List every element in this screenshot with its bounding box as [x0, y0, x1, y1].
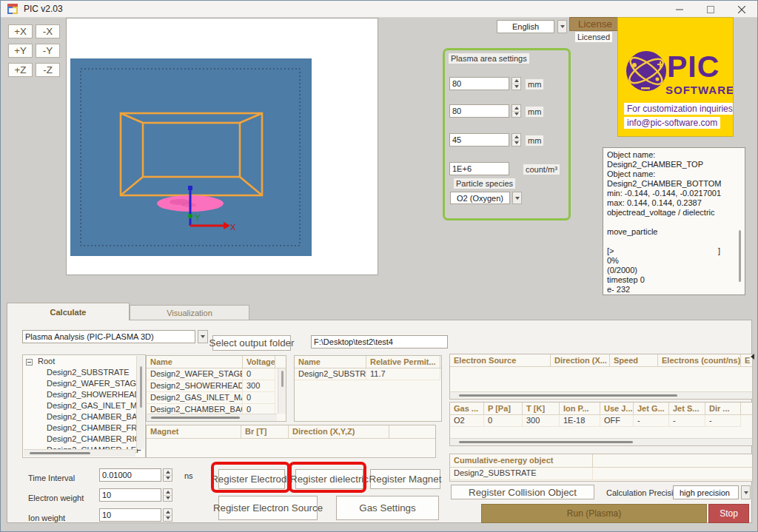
tree-item[interactable]: Design2_GAS_INLET_MA — [47, 401, 143, 410]
column-header[interactable]: T [K] — [523, 403, 560, 414]
register-dielectric-button[interactable]: Register dielectric — [295, 469, 363, 489]
plasma-depth-stepper[interactable] — [512, 104, 521, 118]
close-button[interactable] — [726, 1, 757, 18]
analysis-type-select[interactable]: Plasma Analysis (PIC-PLASMA 3D) — [22, 330, 195, 343]
plasma-density-input[interactable] — [449, 162, 509, 175]
view-minus-z-button[interactable]: -Z — [36, 63, 60, 77]
minimize-button[interactable] — [664, 1, 695, 18]
view-minus-x-button[interactable]: -X — [36, 24, 60, 38]
column-header[interactable]: Gas ... — [450, 403, 484, 414]
tree-item[interactable]: Design2_CHAMBER_FRC — [47, 423, 143, 432]
viewport-3d-canvas[interactable]: Y X — [70, 58, 312, 256]
scrollbar-thumb[interactable] — [281, 371, 284, 387]
scrollbar-thumb[interactable] — [30, 452, 90, 454]
cell-name[interactable]: Design2_WAFER_STAGE — [147, 368, 243, 380]
table-row[interactable]: Design2_SUBSTR... 11.7 — [295, 368, 441, 380]
select-output-folder-button[interactable]: Select output folder — [212, 335, 291, 351]
collapse-icon[interactable] — [26, 359, 33, 366]
plasma-height-stepper[interactable] — [512, 133, 521, 147]
electrode-table-vertical-scrollbar[interactable] — [278, 368, 286, 414]
tree-horizontal-scrollbar[interactable] — [24, 449, 135, 457]
column-header[interactable]: Electrons (count/ns) — [658, 354, 741, 366]
tree-item[interactable]: Design2_SHOWERHEAD — [47, 390, 141, 399]
column-header[interactable]: Ion P... — [560, 403, 600, 414]
column-header[interactable]: Use J... — [600, 403, 634, 414]
particle-species-arrow-button[interactable] — [512, 192, 522, 204]
particle-species-select[interactable]: O2 (Oxygen) — [450, 192, 510, 204]
column-header[interactable]: Speed — [610, 354, 658, 366]
column-header[interactable]: Magnet — [147, 425, 241, 438]
cell-gas[interactable]: O2 — [450, 415, 484, 427]
cell-temperature[interactable]: 300 — [523, 415, 560, 427]
column-header[interactable]: Electron Source — [450, 354, 551, 366]
scrollbar-thumb[interactable] — [459, 441, 633, 443]
license-button[interactable]: License — [569, 17, 621, 31]
cell-dir[interactable]: - — [705, 415, 741, 427]
tree-root-item[interactable]: Root — [38, 357, 55, 366]
table-row[interactable]: Design2_SUBSTRATE — [450, 468, 752, 480]
ion-weight-input[interactable] — [99, 508, 161, 522]
column-header[interactable]: Jet S... — [669, 403, 705, 414]
stop-button[interactable]: Stop — [708, 504, 749, 523]
cell-jet-g[interactable]: - — [634, 415, 669, 427]
cell-use-jet[interactable]: OFF — [600, 415, 634, 427]
register-magnet-button[interactable]: Register Magnet — [370, 469, 440, 489]
scrollbar-thumb[interactable] — [459, 394, 677, 397]
time-interval-stepper[interactable] — [163, 468, 172, 482]
plasma-width-input[interactable] — [449, 77, 509, 90]
calculation-precision-select[interactable]: high precision — [673, 485, 739, 499]
electron-weight-stepper[interactable] — [163, 488, 172, 502]
table-row[interactable]: Design2_GAS_INLET_MAN... 0 — [147, 392, 286, 404]
tab-calculate[interactable]: Calculate — [7, 303, 130, 320]
plasma-width-stepper[interactable] — [512, 77, 521, 90]
cell-voltage[interactable]: 0 — [243, 392, 275, 404]
log-textbox[interactable]: Object name: Design2_CHAMBER_TOP Object … — [603, 147, 745, 295]
electrode-table-horizontal-scrollbar[interactable] — [147, 414, 277, 421]
view-plus-z-button[interactable]: +Z — [8, 63, 33, 77]
language-select-arrow-button[interactable] — [557, 20, 567, 33]
cell-name[interactable]: Design2_SHOWERHEAD_E... — [147, 380, 243, 392]
column-header[interactable]: Dir ... — [705, 403, 741, 414]
column-header[interactable]: P [Pa] — [484, 403, 523, 414]
table-row[interactable]: O2 0 300 1E-18 OFF - - - — [450, 415, 752, 427]
cell-jet-s[interactable]: - — [669, 415, 705, 427]
column-header[interactable]: Name — [295, 356, 366, 368]
electron-weight-input[interactable] — [99, 488, 161, 502]
view-plus-x-button[interactable]: +X — [8, 24, 33, 38]
calculation-precision-arrow-button[interactable] — [741, 485, 751, 499]
tree-item[interactable]: Design2_CHAMBER_BAC — [47, 412, 143, 421]
register-electrode-button[interactable]: Register Electrode — [218, 469, 285, 489]
scrollbar-thumb[interactable] — [140, 366, 142, 408]
language-select[interactable]: English — [497, 20, 554, 33]
cell-name[interactable]: Design2_GAS_INLET_MAN... — [147, 392, 243, 404]
column-header[interactable]: Jet G... — [634, 403, 669, 414]
register-collision-object-button[interactable]: Register Collision Object — [451, 485, 594, 499]
column-header[interactable]: Name — [147, 356, 243, 368]
column-header[interactable]: Cumulative-energy object — [450, 454, 593, 467]
cell-object-name[interactable]: Design2_SUBSTRATE — [450, 468, 593, 480]
tree-item[interactable]: Design2_SUBSTRATE — [47, 368, 130, 377]
cell-ion-p[interactable]: 1E-18 — [560, 415, 600, 427]
register-electron-source-button[interactable]: Register Electron Source — [218, 496, 318, 520]
cell-permittivity[interactable]: 11.7 — [366, 368, 440, 380]
cell-voltage[interactable]: 300 — [243, 380, 275, 392]
log-scrollbar-thumb[interactable] — [739, 230, 741, 282]
gas-horizontal-scrollbar[interactable] — [450, 438, 752, 445]
cell-name[interactable]: Design2_SUBSTR... — [295, 368, 366, 380]
view-plus-y-button[interactable]: +Y — [8, 44, 33, 58]
tree-item[interactable]: Design2_WAFER_STAGE — [47, 379, 141, 388]
cell-pressure[interactable]: 0 — [484, 415, 523, 427]
log-scrollbar[interactable] — [737, 149, 745, 294]
output-folder-path-input[interactable] — [311, 335, 448, 349]
gas-settings-button[interactable]: Gas Settings — [336, 496, 439, 520]
cell-voltage[interactable]: 0 — [243, 368, 275, 380]
table-row[interactable]: Design2_WAFER_STAGE 0 — [147, 368, 286, 380]
plasma-depth-input[interactable] — [449, 104, 509, 118]
column-header[interactable]: Voltage — [243, 356, 275, 368]
electron-source-horizontal-scrollbar[interactable] — [450, 391, 752, 399]
maximize-button[interactable] — [695, 1, 726, 18]
tree-item[interactable]: Design2_CHAMBER_RIG — [47, 434, 141, 443]
run-plasma-button[interactable]: Run (Plasma) — [481, 504, 707, 523]
column-header[interactable]: Relative Permit... — [366, 356, 440, 368]
ion-weight-stepper[interactable] — [163, 508, 172, 522]
